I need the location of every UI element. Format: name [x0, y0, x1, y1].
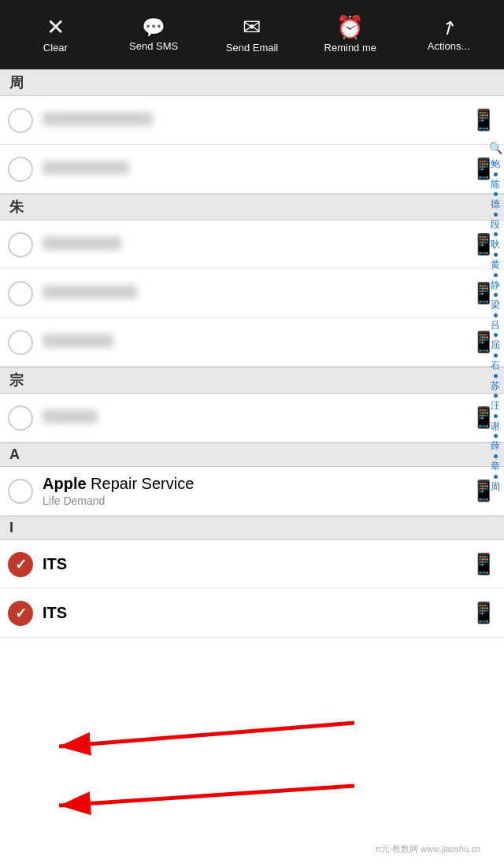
contact-name: [43, 409, 98, 424]
section-header-zhu: 朱: [0, 194, 504, 220]
index-dot: [494, 293, 498, 297]
its-contact-name-2: ITS: [43, 604, 465, 622]
contact-name: [43, 334, 113, 348]
index-item-xie[interactable]: 谢: [491, 419, 500, 434]
list-item-its1[interactable]: ITS 📱: [0, 540, 504, 589]
section-header-zhou: 周: [0, 69, 504, 96]
svg-line-3: [59, 786, 354, 806]
index-item-bao[interactable]: 鲍: [491, 157, 500, 172]
checkbox-c2[interactable]: [8, 157, 33, 182]
contact-name: [43, 285, 137, 299]
index-item-qu[interactable]: 屈: [491, 338, 500, 353]
toolbar: ✕ Clear 💬 Send SMS ✉ Send Email ⏰ Remind…: [0, 0, 504, 69]
list-item[interactable]: 📱: [0, 145, 504, 194]
section-header-i: I: [0, 516, 504, 540]
remind-label: Remind me: [324, 42, 376, 54]
contact-info: ITS: [43, 604, 465, 622]
send-sms-button[interactable]: 💬 Send SMS: [105, 0, 203, 69]
index-dot: [494, 253, 498, 257]
contact-info: Apple Repair Service Life Demand: [43, 475, 465, 507]
svg-line-2: [59, 723, 354, 746]
index-item-liang[interactable]: 梁: [491, 298, 500, 313]
contact-info: ITS: [43, 555, 465, 573]
index-item-de[interactable]: 德: [491, 197, 500, 212]
section-header-zong: 宗: [0, 367, 504, 394]
index-dot: [494, 192, 498, 196]
remind-me-button[interactable]: ⏰ Remind me: [301, 0, 399, 69]
index-item-geng[interactable]: 耿: [491, 237, 500, 252]
checkbox-c6[interactable]: [8, 406, 33, 431]
index-dot: [494, 172, 498, 176]
clear-icon: ✕: [46, 17, 65, 39]
index-item-xue[interactable]: 薛: [491, 439, 500, 454]
actions-icon: ↗: [437, 15, 460, 39]
index-dot: [494, 213, 498, 217]
clear-button[interactable]: ✕ Clear: [6, 0, 105, 69]
checkbox-c3[interactable]: [8, 232, 33, 257]
list-item-its2[interactable]: ITS 📱: [0, 589, 504, 638]
index-item-jing[interactable]: 静: [491, 278, 500, 293]
index-item-zhang[interactable]: 章: [491, 459, 500, 474]
contact-info: [43, 334, 465, 351]
phone-icon: 📱: [471, 108, 496, 132]
index-dot: [494, 273, 498, 277]
contact-info: [43, 285, 465, 302]
index-search-icon[interactable]: 🔍: [489, 142, 502, 154]
index-dot: [494, 434, 498, 438]
index-dot: [494, 354, 498, 357]
index-item-huang[interactable]: 黄: [491, 257, 500, 272]
index-bar: 🔍 鲍 陈 德 段 耿 黄 静 梁 吕 屈 石 苏 汪 谢 薛 章 周: [487, 139, 504, 863]
checkbox-c4[interactable]: [8, 281, 33, 306]
email-label: Send Email: [226, 42, 278, 54]
index-item-zhou[interactable]: 周: [491, 480, 500, 494]
index-item-lv[interactable]: 吕: [491, 318, 500, 333]
contact-name: [43, 236, 121, 250]
index-dot: [494, 232, 498, 236]
list-item[interactable]: 📱: [0, 318, 504, 367]
index-dot: [494, 313, 498, 317]
index-dot: [494, 374, 498, 378]
list-item[interactable]: 📱: [0, 394, 504, 443]
remind-icon: ⏰: [336, 17, 364, 39]
index-dot: [494, 394, 498, 398]
index-item-chen[interactable]: 陈: [491, 177, 500, 192]
send-email-button[interactable]: ✉ Send Email: [203, 0, 302, 69]
contact-info: [43, 409, 465, 427]
content-area: 周 📱 📱 朱 📱 📱 📱 宗: [0, 69, 504, 863]
its-contact-name: ITS: [43, 555, 465, 573]
checkbox-its1[interactable]: [8, 552, 33, 577]
list-item[interactable]: 📱: [0, 269, 504, 318]
email-icon: ✉: [243, 17, 261, 39]
sms-label: Send SMS: [129, 40, 178, 52]
apple-contact-sub: Life Demand: [43, 494, 465, 507]
apple-contact-name: Apple Repair Service: [43, 475, 465, 493]
index-item-shi[interactable]: 石: [491, 358, 500, 373]
index-dot: [494, 475, 498, 479]
sms-icon: 💬: [142, 18, 165, 37]
contact-name: [43, 112, 153, 126]
checkbox-c5[interactable]: [8, 330, 33, 355]
watermark: π元·教数网 www.jiaoshu.cn: [375, 843, 480, 855]
contact-name: [43, 161, 129, 175]
actions-button[interactable]: ↗ Actions...: [399, 0, 498, 69]
actions-label: Actions...: [428, 40, 469, 52]
clear-label: Clear: [43, 42, 68, 54]
checkbox-apple[interactable]: [8, 479, 33, 504]
index-item-wang[interactable]: 汪: [491, 398, 500, 413]
contact-info: [43, 161, 465, 178]
index-item-su[interactable]: 苏: [491, 379, 500, 394]
list-item-apple[interactable]: Apple Repair Service Life Demand 📱: [0, 467, 504, 516]
contact-info: [43, 112, 465, 129]
section-header-a: A: [0, 443, 504, 467]
index-dot: [494, 333, 498, 337]
index-dot: [494, 414, 498, 418]
index-dot: [494, 454, 498, 458]
list-item[interactable]: 📱: [0, 220, 504, 269]
index-item-duan[interactable]: 段: [491, 217, 500, 232]
checkbox-c1[interactable]: [8, 108, 33, 133]
checkbox-its2[interactable]: [8, 601, 33, 626]
list-item[interactable]: 📱: [0, 96, 504, 145]
contact-info: [43, 236, 465, 254]
